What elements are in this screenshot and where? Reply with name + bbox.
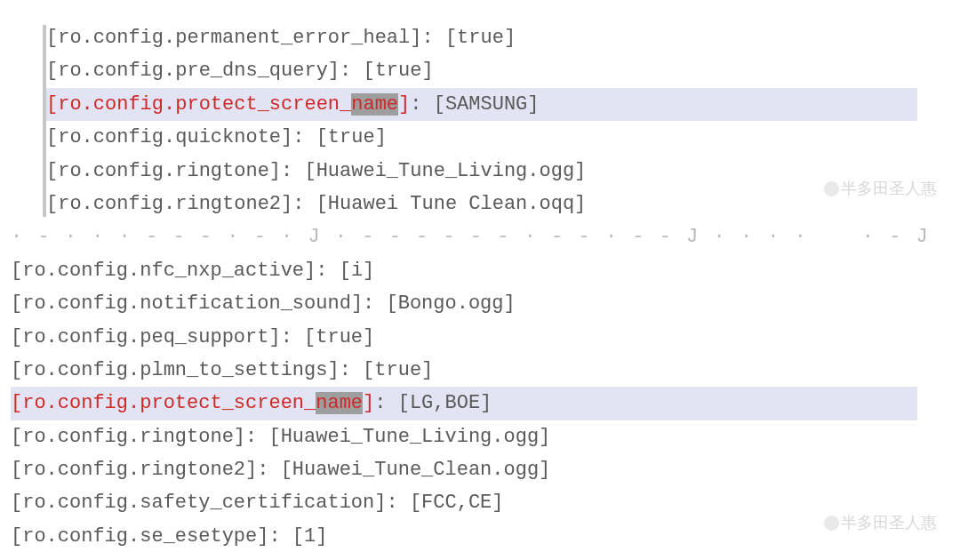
prop-key: ro.config.plmn_to_settings bbox=[22, 359, 327, 381]
code-view: [ro.config.permanent_error_heal]: [true]… bbox=[0, 0, 960, 560]
prop-key: ro.config.peq_support bbox=[22, 326, 268, 348]
search-match: name bbox=[351, 93, 398, 116]
prop-key: ro.config.ringtone bbox=[22, 426, 234, 448]
prop-val: SAMSUNG bbox=[445, 93, 527, 116]
prop-val: true bbox=[457, 27, 504, 49]
prop-val: Huawei_Tune_Living.ogg bbox=[281, 426, 539, 448]
section-1: [ro.config.permanent_error_heal]: [true]… bbox=[46, 21, 917, 220]
section-2: [ro.config.nfc_nxp_active]: [i] [ro.conf… bbox=[11, 254, 917, 554]
prop-val: Huawei_Tune_Clean.ogg bbox=[292, 459, 539, 481]
prop-key: ro.config.ringtone2 bbox=[22, 459, 245, 481]
prop-row-highlighted: [ro.config.protect_screen_name]: [LG,BOE… bbox=[11, 387, 917, 420]
prop-row: [ro.config.ringtone]: [Huawei_Tune_Livin… bbox=[46, 155, 917, 188]
prop-key: ro.config.ringtone bbox=[58, 160, 269, 182]
search-match: name bbox=[316, 392, 363, 414]
prop-val: Huawei_Tune_Living.ogg bbox=[316, 160, 574, 182]
prop-val: FCC,CE bbox=[421, 492, 492, 514]
gutter-bar bbox=[43, 25, 46, 217]
prop-row: [ro.config.notification_sound]: [Bongo.o… bbox=[11, 287, 917, 320]
prop-key: ro.config.safety_certification bbox=[22, 492, 374, 514]
prop-val: i bbox=[351, 260, 363, 282]
prop-key: ro.config.notification_sound bbox=[22, 292, 351, 315]
prop-key: ro.config.se_esetype bbox=[22, 525, 257, 548]
prop-val: 1 bbox=[304, 525, 316, 548]
section-separator: · - · · · - - - · - · J · - - - - - - · … bbox=[11, 220, 917, 253]
prop-val: true bbox=[316, 326, 363, 348]
prop-row: [ro.config.peq_support]: [true] bbox=[11, 321, 917, 354]
prop-val: LG,BOE bbox=[410, 392, 480, 414]
prop-row: [ro.config.pre_dns_query]: [true] bbox=[46, 54, 917, 87]
prop-val: true bbox=[374, 359, 421, 381]
prop-val: Bongo.ogg bbox=[398, 292, 504, 315]
prop-row-highlighted: [ro.config.protect_screen_name]: [SAMSUN… bbox=[46, 88, 917, 121]
prop-val: true bbox=[328, 126, 375, 148]
prop-row: [ro.config.permanent_error_heal]: [true] bbox=[46, 21, 917, 54]
prop-key: ro.config.permanent_error_heal bbox=[58, 27, 410, 49]
prop-row: [ro.config.plmn_to_settings]: [true] bbox=[11, 354, 917, 387]
prop-row: [ro.config.ringtone]: [Huawei_Tune_Livin… bbox=[11, 420, 917, 453]
prop-row: [ro.config.nfc_nxp_active]: [i] bbox=[11, 254, 917, 287]
prop-val: Huawei Tune Clean.oqq bbox=[328, 193, 574, 215]
prop-key: ro.config.protect_screen_ bbox=[22, 392, 316, 414]
prop-row: [ro.config.se_esetype]: [1] bbox=[11, 520, 917, 553]
prop-row: [ro.config.ringtone2]: [Huawei_Tune_Clea… bbox=[11, 453, 917, 486]
prop-key: ro.config.nfc_nxp_active bbox=[22, 260, 304, 282]
prop-key: ro.config.ringtone2 bbox=[58, 193, 281, 215]
prop-key: ro.config.protect_screen_ bbox=[58, 93, 351, 116]
prop-row: [ro.config.safety_certification]: [FCC,C… bbox=[11, 486, 917, 519]
prop-row: [ro.config.ringtone2]: [Huawei Tune Clea… bbox=[46, 188, 917, 220]
prop-row: [ro.config.quicknote]: [true] bbox=[46, 121, 917, 154]
prop-val: true bbox=[375, 60, 422, 82]
prop-key: ro.config.pre_dns_query bbox=[58, 60, 328, 82]
prop-key: ro.config.quicknote bbox=[58, 126, 281, 148]
